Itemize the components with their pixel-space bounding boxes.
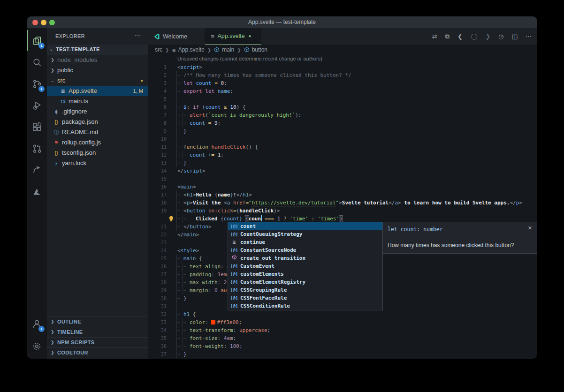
tab-welcome[interactable]: Welcome	[148, 28, 205, 45]
code-line-5[interactable]: 5	[148, 95, 537, 103]
chevron-right-icon: ❯	[237, 47, 241, 53]
code-line-2[interactable]: 2→/** How many times has someone clicked…	[148, 71, 537, 79]
run-file-icon[interactable]: ◷	[498, 33, 503, 40]
current-change-icon[interactable]: ◯	[471, 33, 478, 40]
code-line-6[interactable]: 6→$: if (count ≥ 10) {	[148, 103, 537, 111]
activity-run-debug-button[interactable]	[27, 95, 47, 115]
token: :	[218, 279, 224, 286]
code-line-10[interactable]: 10	[148, 135, 537, 143]
activity-bar: 111	[27, 28, 47, 359]
tree-item-main-ts[interactable]: TSmain.ts	[47, 96, 148, 106]
close-icon[interactable]: ✕	[528, 225, 532, 231]
code-line-37[interactable]: 37→}	[148, 350, 537, 358]
code-line-7[interactable]: 7→→alert(`count is dangerously high!`);	[148, 111, 537, 119]
tree-item-src[interactable]: ⌄src●	[47, 75, 148, 86]
tree-item--gitignore[interactable]: ⧫.gitignore	[47, 106, 148, 117]
code-editor[interactable]: Unsaved changes (cannot determine recent…	[148, 55, 537, 359]
open-preview-icon[interactable]: ⧉	[445, 33, 450, 40]
section-timeline[interactable]: ❯TIMELINE	[47, 327, 148, 337]
activity-explorer-button[interactable]: 1	[27, 30, 47, 51]
chevron-right-icon: ❯	[51, 330, 54, 334]
activity-accounts-button[interactable]: 1	[27, 313, 47, 334]
code-line-8[interactable]: 8→→count = 9;	[148, 119, 537, 127]
section-npm-scripts[interactable]: ❯NPM SCRIPTS	[47, 337, 148, 347]
activity-source-control-button[interactable]: 1	[27, 73, 47, 94]
token: color	[190, 319, 205, 325]
breadcrumb-main[interactable]: main	[222, 46, 234, 53]
token: ;	[233, 335, 236, 341]
activity-search-button[interactable]	[27, 52, 47, 72]
split-editor-icon[interactable]: ◫	[512, 33, 518, 40]
suggest-item-CustomEvent[interactable]: [@]CustomEvent	[228, 262, 382, 270]
breadcrumb-app-svelte[interactable]: App.svelte	[178, 46, 205, 53]
unsaved-dot-icon[interactable]: ●	[249, 34, 251, 38]
tree-item-yarn-lock[interactable]: ◗yarn.lock	[47, 158, 148, 168]
indent-guide	[176, 223, 177, 231]
code-line-33[interactable]: 33→→color: #ff3e00;	[148, 318, 537, 326]
code-line-3[interactable]: 3→let count = 0;	[148, 79, 537, 87]
code-line-11[interactable]: 11→function handleClick() {	[148, 143, 537, 151]
suggest-item-CSSGroupingRule[interactable]: [@]CSSGroupingRule	[228, 286, 382, 294]
token: }	[183, 128, 187, 134]
open-changes-icon[interactable]: ⇄	[432, 33, 437, 40]
project-root-row[interactable]: ⌄ TEST-TEMPLATE	[47, 45, 148, 55]
previous-change-icon[interactable]: ❮	[457, 33, 463, 40]
code-line-36[interactable]: 36→→font-weight: 100;	[148, 342, 537, 350]
suggest-item-CustomElementRegistry[interactable]: [@]CustomElementRegistry	[228, 278, 382, 286]
code-line-18[interactable]: 18→<p>Visit the <a href="https://svelte.…	[148, 199, 537, 207]
explorer-header: EXPLORER ⋯	[47, 28, 148, 45]
token: :	[187, 104, 193, 110]
tab-app-svelte[interactable]: ≣ App.svelte ●	[205, 28, 261, 45]
tree-item-package-json[interactable]: {}package.json	[47, 117, 148, 127]
tree-item-app-svelte[interactable]: ≣App.svelte1, M	[47, 86, 148, 96]
activity-live-share-button[interactable]	[27, 159, 47, 180]
editor-actions: ⇄⧉❮◯❯◷◫⋯	[432, 28, 532, 45]
more-actions-icon[interactable]: ⋯	[526, 33, 532, 40]
tree-item-tsconfig-json[interactable]: {}tsconfig.json	[47, 148, 148, 158]
breadcrumb-button[interactable]: button	[252, 46, 267, 53]
suggest-item-CSSConditionRule[interactable]: [@]CSSConditionRule	[228, 302, 382, 310]
title-bar[interactable]: App.svelte — test-template	[27, 16, 537, 28]
token: <	[183, 200, 187, 206]
code-line-34[interactable]: 34→→text-transform: uppercase;	[148, 326, 537, 334]
tree-item-public[interactable]: ❯public	[47, 65, 148, 75]
code-line-1[interactable]: 1<script>	[148, 63, 537, 71]
code-line-16[interactable]: 16<main>	[148, 183, 537, 191]
tree-item-rollup-config-js[interactable]: ⚑rollup.config.js	[47, 137, 148, 148]
tree-item-readme-md[interactable]: ⓘREADME.md	[47, 127, 148, 137]
token: font-size	[190, 335, 218, 341]
code-line-17[interactable]: 17→<h1>Hello {name}!</h1>	[148, 191, 537, 199]
activity-settings-gear-button[interactable]	[27, 336, 47, 356]
section-outline[interactable]: ❯OUTLINE	[47, 317, 148, 327]
code-line-12[interactable]: 12→→count += 1;	[148, 151, 537, 159]
code-line-4[interactable]: 4→export let name;	[148, 87, 537, 95]
code-line-13[interactable]: 13→}	[148, 159, 537, 167]
token	[205, 208, 208, 214]
code-line-9[interactable]: 9→}	[148, 127, 537, 135]
code-line-32[interactable]: 32→h1 {	[148, 310, 537, 318]
activity-github-pull-requests-button[interactable]	[27, 138, 47, 158]
activity-azure-button[interactable]	[27, 181, 47, 202]
suggest-item-CountQueuingStrategy[interactable]: [@]CountQueuingStrategy	[228, 230, 382, 238]
suggest-item-continue[interactable]: ≡continue	[228, 238, 382, 246]
tree-item-node-modules[interactable]: ❯node_modules	[47, 55, 148, 65]
code-line-35[interactable]: 35→→font-size: 4em;	[148, 334, 537, 342]
suggest-item-customElements[interactable]: [@]customElements	[228, 270, 382, 278]
activity-extensions-button[interactable]	[27, 116, 47, 137]
line-number: 33	[148, 318, 167, 326]
chevron-down-icon: ⌄	[49, 46, 53, 52]
next-change-icon[interactable]: ❯	[485, 33, 490, 40]
suggest-item-ConstantSourceNode[interactable]: [@]ConstantSourceNode	[228, 246, 382, 254]
suggest-item-create_out_transition[interactable]: create_out_transition	[228, 254, 382, 262]
suggest-item-count[interactable]: [@]count	[228, 222, 382, 230]
tab-whitespace-arrow: →	[183, 342, 190, 350]
code-line-14[interactable]: 14</script>	[148, 167, 537, 175]
explorer-more-actions-icon[interactable]: ⋯	[135, 31, 141, 39]
code-text: →→margin: 0 au	[177, 286, 227, 294]
code-line-15[interactable]: 15	[148, 175, 537, 183]
suggest-item-CSSFontFaceRule[interactable]: [@]CSSFontFaceRule	[228, 294, 382, 302]
indent-guide	[176, 342, 177, 350]
section-codetour[interactable]: ❯CODETOUR	[47, 347, 148, 358]
code-line-19[interactable]: 19→<button on:click={handleClick}>	[148, 207, 537, 215]
breadcrumb-src[interactable]: src	[155, 46, 162, 53]
